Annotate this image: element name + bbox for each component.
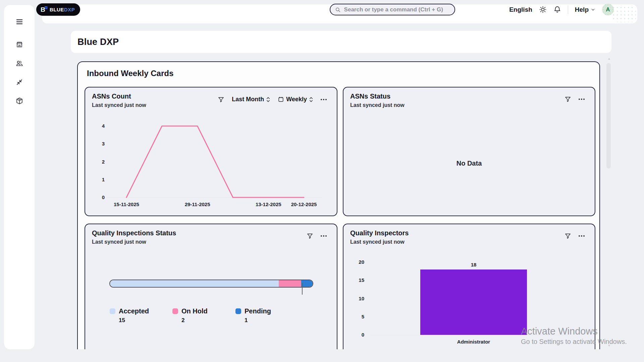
legend-label: Pending [245,307,271,315]
logo-text: BLUEDXP [50,7,75,12]
bar-marker-line [302,283,303,295]
period-select[interactable]: Weekly [278,96,313,103]
card-asns-count: ASNs Count Last synced just now Last Mon… [85,87,337,216]
card-quality-inspectors: Quality Inspectors Last synced just now … [343,224,595,349]
asns-count-chart: 4321015-11-202529-11-202513-12-202520-12… [85,118,338,215]
theme-toggle-button[interactable] [539,6,547,13]
filter-icon [565,96,571,103]
card-subtitle: Last synced just now [350,102,405,108]
filter-button[interactable] [565,233,571,239]
users-icon [15,59,23,67]
calendar-icon [278,96,284,103]
section-title: Inbound Weekly Cards [87,69,173,78]
card-menu-button[interactable] [321,235,327,237]
sidebar-item-package[interactable] [12,94,27,108]
filter-button[interactable] [307,233,313,239]
legend-swatch [172,308,178,314]
legend-item: Pending1 [235,307,271,324]
stacked-bar-segment [301,280,313,287]
empty-state-text: No Data [343,160,595,167]
filter-icon [307,233,313,239]
x-tick-label: 29-11-2025 [176,201,219,207]
bar [420,269,527,335]
x-tick-label: 20-12-2025 [282,201,326,207]
card-controls [565,233,585,239]
y-tick-label: 4 [95,123,105,129]
filter-icon [565,233,571,239]
x-axis-line [370,335,568,335]
legend-swatch [110,308,115,314]
legend-item: On Hold2 [172,307,208,324]
page-title-band: Blue DXP [71,31,611,53]
y-tick-label: 1 [95,177,105,182]
legend-value: 15 [119,317,149,324]
card-asns-status: ASNs Status Last synced just now No Data [343,87,595,216]
legend-label: Accepted [119,307,149,315]
app-logo[interactable]: B BLUEDXP [36,3,80,16]
scrollbar-thumb[interactable] [606,63,611,169]
quality-inspections-chart: Accepted15On Hold2Pending1 [85,264,338,345]
user-avatar[interactable]: A [602,4,614,15]
legend-row: Pending [235,307,271,315]
stacked-bar-segment [279,280,301,287]
header-divider [568,5,568,14]
card-controls: Last Month Weekly [218,96,327,103]
global-search [330,4,455,15]
card-controls [565,96,585,103]
card-title: ASNs Count [92,93,131,100]
y-tick-label: 20 [350,259,364,265]
y-tick-label: 15 [350,277,364,283]
sidebar-item-store[interactable] [12,37,27,52]
header-dot-decoration [612,6,636,22]
line-series-svg [105,121,322,205]
legend-value: 1 [245,317,271,324]
filter-button[interactable] [218,96,224,103]
header-actions: English Help A [509,0,614,19]
language-selector[interactable]: English [509,6,532,13]
sort-updown-icon [266,97,270,103]
card-subtitle: Last synced just now [92,239,146,245]
quality-inspectors-chart: 2015105018Administrator [343,254,596,349]
legend-swatch [235,308,241,314]
card-subtitle: Last synced just now [92,102,146,108]
store-icon [15,41,23,49]
logo-icon: B [40,6,47,13]
sort-updown-icon [309,97,313,103]
card-menu-button[interactable] [579,99,585,100]
sidebar-item-collapse[interactable] [12,75,27,89]
sidebar [4,5,35,349]
filter-button[interactable] [565,96,571,103]
x-tick-label: 15-11-2025 [105,201,148,207]
y-tick-label: 2 [95,159,105,165]
collapse-icon [15,78,23,86]
card-title: Quality Inspectors [350,229,409,237]
x-tick-label: Administrator [420,339,527,345]
main-scroll-area: Inbound Weekly Cards ASNs Count Last syn… [71,55,612,349]
card-menu-button[interactable] [321,99,327,100]
help-menu[interactable]: Help [575,6,595,13]
sun-icon [539,6,547,13]
card-menu-button[interactable] [579,235,585,237]
card-title: Quality Inspections Status [92,229,176,237]
y-tick-label: 10 [350,296,364,301]
y-tick-label: 0 [95,194,105,200]
y-tick-label: 3 [95,141,105,146]
card-title: ASNs Status [350,93,390,100]
chevron-down-icon [591,7,595,12]
scrollbar-up-arrow[interactable]: ▲ [607,57,611,60]
sidebar-item-users[interactable] [12,56,27,71]
legend-row: Accepted [110,307,149,315]
y-tick-label: 5 [350,314,364,319]
search-input[interactable] [344,6,450,13]
filter-icon [218,96,224,103]
range-select[interactable]: Last Month [232,96,270,103]
menu-toggle-button[interactable] [12,14,27,29]
search-icon [335,7,341,13]
card-subtitle: Last synced just now [350,239,405,245]
bell-icon [553,6,561,13]
scrollbar-down-arrow[interactable]: ▼ [607,344,611,347]
notifications-button[interactable] [553,6,561,13]
legend-item: Accepted15 [110,307,149,324]
stacked-bar [109,280,313,288]
package-icon [15,97,23,105]
